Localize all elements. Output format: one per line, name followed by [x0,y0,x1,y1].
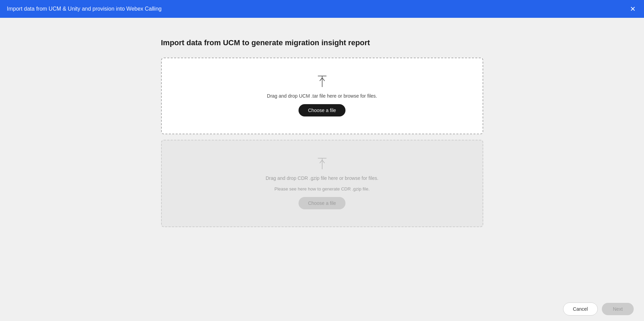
center-panel: Import data from UCM to generate migrati… [0,18,644,297]
ucm-drag-text: Drag and drop UCM .tar file here or brow… [267,93,377,99]
title-bar: Import data from UCM & Unity and provisi… [0,0,644,18]
ucm-drop-zone[interactable]: Drag and drop UCM .tar file here or brow… [161,58,483,134]
main-content: Import data from UCM to generate migrati… [0,18,644,321]
cdr-drag-text: Drag and drop CDR .gzip file here or bro… [266,175,378,181]
ucm-upload-icon [317,75,327,87]
page-title: Import data from UCM to generate migrati… [161,38,483,47]
cdr-drop-zone: Drag and drop CDR .gzip file here or bro… [161,140,483,227]
next-button[interactable]: Next [602,303,634,315]
cdr-choose-file-button: Choose a file [299,197,346,209]
title-bar-text: Import data from UCM & Unity and provisi… [7,6,161,12]
ucm-choose-file-button[interactable]: Choose a file [299,104,346,116]
panel-inner: Import data from UCM to generate migrati… [161,38,483,233]
close-button[interactable]: ✕ [629,4,637,14]
cdr-secondary-text: Please see here how to generate CDR .gzi… [275,186,370,192]
footer: Cancel Next [0,297,644,321]
cancel-button[interactable]: Cancel [563,303,598,316]
cdr-upload-icon [317,158,327,169]
